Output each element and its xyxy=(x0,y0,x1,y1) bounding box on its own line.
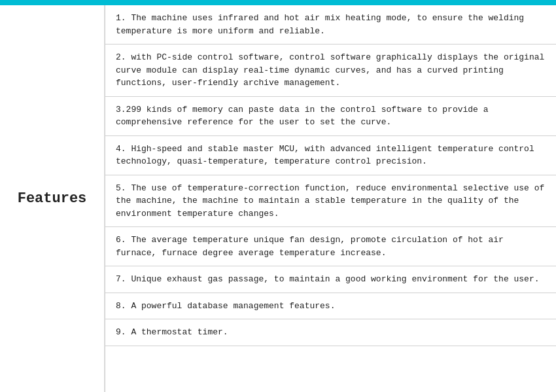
feature-row: 7. Unique exhaust gas passage, to mainta… xyxy=(105,266,556,293)
feature-row: 8. A powerful database management featur… xyxy=(105,293,556,320)
feature-row: 2. with PC-side control software, contro… xyxy=(105,45,556,97)
main-content: Features 1. The machine uses infrared an… xyxy=(0,5,556,392)
feature-row: 4. High-speed and stable master MCU, wit… xyxy=(105,136,556,175)
top-bar xyxy=(0,0,556,5)
content-area: 1. The machine uses infrared and hot air… xyxy=(105,5,556,392)
feature-row: 5. The use of temperature-correction fun… xyxy=(105,175,556,228)
feature-row: 6. The average temperature unique fan de… xyxy=(105,227,556,266)
sidebar: Features xyxy=(0,5,105,392)
feature-row: 1. The machine uses infrared and hot air… xyxy=(105,5,556,45)
feature-row: 3.299 kinds of memory can paste data in … xyxy=(105,97,556,136)
feature-row: 9. A thermostat timer. xyxy=(105,319,556,346)
sidebar-label: Features xyxy=(18,190,87,207)
